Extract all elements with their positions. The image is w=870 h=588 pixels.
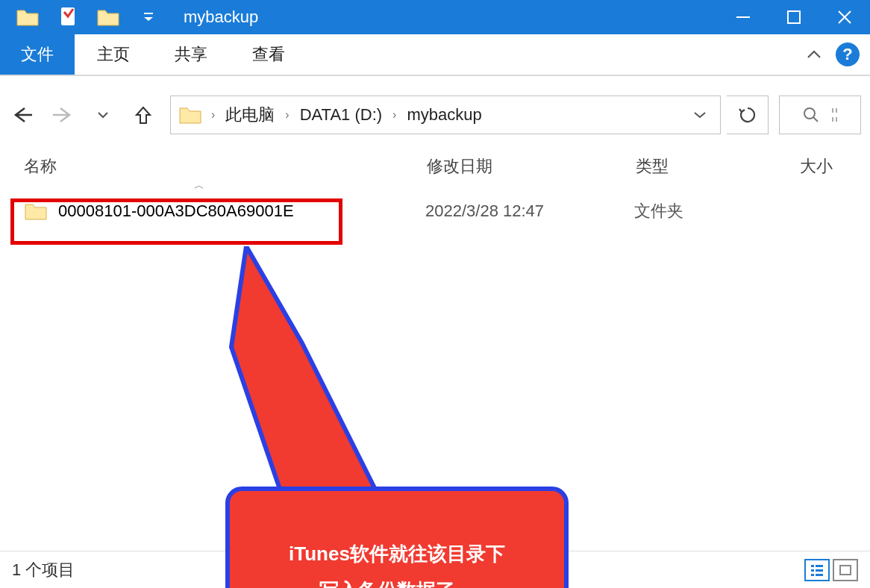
annotation-arrow xyxy=(224,246,381,507)
close-button[interactable] xyxy=(819,0,870,34)
window-title: mybackup xyxy=(184,7,258,27)
view-details-button[interactable] xyxy=(804,559,830,581)
column-name[interactable]: 名称 xyxy=(24,155,427,178)
title-bar: mybackup xyxy=(0,0,870,34)
svg-rect-14 xyxy=(811,574,814,576)
svg-rect-16 xyxy=(840,566,851,575)
folder-icon xyxy=(177,104,204,126)
folder-name-text: 00008101-000A3DC80A69001E xyxy=(58,201,294,221)
window-controls xyxy=(718,0,870,34)
content-area: 名称 修改日期 类型 大小 ︿ 00008101-000A3DC80A69001… xyxy=(0,143,870,549)
chevron-right-icon[interactable]: › xyxy=(387,108,402,122)
tab-share[interactable]: 共享 xyxy=(152,34,230,75)
address-dropdown-icon[interactable] xyxy=(686,110,714,119)
back-button[interactable] xyxy=(9,101,36,128)
refresh-button[interactable] xyxy=(727,96,769,134)
nav-row: › 此电脑 › DATA1 (D:) › mybackup xyxy=(0,87,870,143)
svg-rect-10 xyxy=(811,565,814,567)
file-row[interactable]: 00008101-000A3DC80A69001E 2022/3/28 12:4… xyxy=(0,193,870,230)
new-folder-icon[interactable] xyxy=(88,0,128,34)
svg-rect-7 xyxy=(836,108,837,113)
up-button[interactable] xyxy=(130,101,157,128)
svg-rect-11 xyxy=(816,565,823,567)
address-bar[interactable]: › 此电脑 › DATA1 (D:) › mybackup xyxy=(170,96,721,134)
cell-date: 2022/3/28 12:47 xyxy=(425,201,634,221)
column-type[interactable]: 类型 xyxy=(636,155,800,178)
svg-rect-8 xyxy=(836,117,837,122)
divider-icon xyxy=(832,106,838,124)
search-box[interactable] xyxy=(779,96,861,134)
breadcrumb-part[interactable]: 此电脑 xyxy=(222,104,278,126)
svg-point-4 xyxy=(804,108,815,119)
file-tab[interactable]: 文件 xyxy=(0,34,75,75)
svg-rect-2 xyxy=(736,16,750,18)
svg-rect-6 xyxy=(832,117,833,122)
minimize-button[interactable] xyxy=(718,0,769,34)
maximize-button[interactable] xyxy=(769,0,819,34)
tab-view[interactable]: 查看 xyxy=(230,34,307,75)
svg-rect-15 xyxy=(816,574,823,576)
folder-icon xyxy=(22,200,49,222)
column-size[interactable]: 大小 xyxy=(800,155,855,178)
svg-rect-13 xyxy=(816,569,823,572)
item-count: 1 个项目 xyxy=(12,559,75,581)
search-icon xyxy=(802,106,820,124)
column-date[interactable]: 修改日期 xyxy=(427,155,636,178)
svg-rect-1 xyxy=(144,13,153,14)
ribbon-tabs: 文件 主页 共享 查看 ? xyxy=(0,34,870,76)
cell-type: 文件夹 xyxy=(634,200,798,222)
annotation-line-1: iTunes软件就往该目录下 xyxy=(289,536,505,572)
folder-app-icon xyxy=(7,0,48,34)
properties-icon[interactable] xyxy=(48,0,88,34)
help-icon[interactable]: ? xyxy=(836,43,860,66)
chevron-right-icon[interactable]: › xyxy=(205,108,221,122)
cell-name: 00008101-000A3DC80A69001E xyxy=(22,200,425,222)
qat-dropdown-icon[interactable] xyxy=(128,0,169,34)
recent-dropdown-icon[interactable] xyxy=(90,101,116,128)
svg-rect-12 xyxy=(811,569,814,572)
quick-access-toolbar xyxy=(0,0,169,34)
chevron-right-icon[interactable]: › xyxy=(279,108,295,122)
breadcrumb-part[interactable]: mybackup xyxy=(404,105,484,125)
sort-indicator-icon: ︿ xyxy=(0,179,870,193)
annotation-line-2: 写入备份数据了。 xyxy=(319,572,475,588)
view-large-icons-button[interactable] xyxy=(833,559,858,581)
svg-marker-9 xyxy=(231,246,381,500)
collapse-ribbon-icon[interactable] xyxy=(801,49,827,60)
svg-rect-5 xyxy=(832,108,833,113)
column-headers: 名称 修改日期 类型 大小 xyxy=(0,143,870,182)
tab-home[interactable]: 主页 xyxy=(75,34,152,75)
breadcrumb-part[interactable]: DATA1 (D:) xyxy=(297,105,385,125)
svg-rect-3 xyxy=(788,11,800,23)
annotation-callout: iTunes软件就往该目录下 写入备份数据了。 xyxy=(225,487,569,588)
forward-button[interactable] xyxy=(49,101,76,128)
